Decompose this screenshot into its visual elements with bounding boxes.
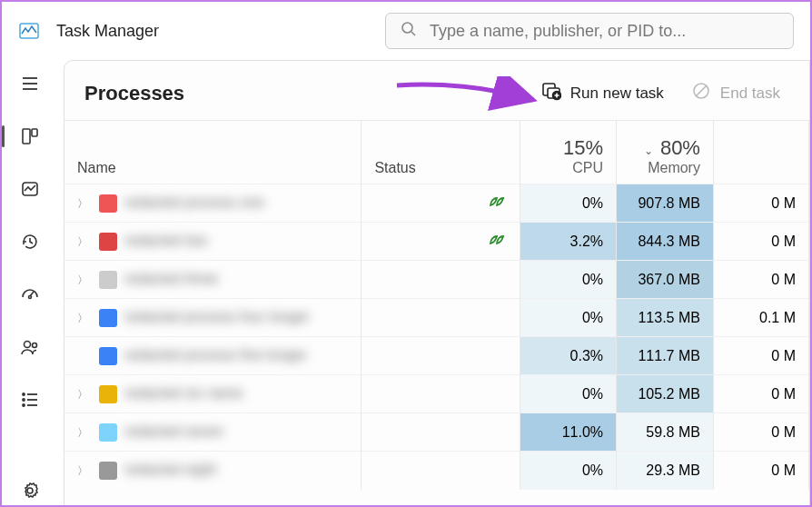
- expand-icon[interactable]: 〉: [77, 234, 90, 250]
- svg-point-1: [402, 23, 412, 33]
- run-task-icon: [541, 81, 561, 105]
- disk-cell: 0 M: [713, 337, 808, 375]
- svg-point-11: [25, 342, 31, 348]
- cpu-cell: 11.0%: [520, 413, 616, 452]
- sidebar-processes[interactable]: [12, 118, 48, 154]
- cpu-cell: 0%: [520, 375, 616, 413]
- page-title: Processes: [84, 82, 184, 105]
- app-icon: [18, 20, 40, 42]
- search-placeholder: Type a name, publisher, or PID to...: [430, 22, 686, 41]
- sidebar-settings[interactable]: [12, 472, 48, 507]
- svg-point-19: [27, 488, 33, 493]
- expand-icon[interactable]: 〉: [77, 463, 90, 479]
- cpu-cell: 0%: [520, 184, 616, 223]
- cpu-cell: 0%: [520, 452, 616, 490]
- memory-cell: 111.7 MB: [617, 337, 714, 375]
- leaf-icon: [487, 235, 507, 251]
- cpu-cell: 0.3%: [520, 337, 616, 375]
- table-row[interactable]: 〉redacted process four longer0%113.5 MB0…: [64, 299, 809, 337]
- status-cell: [361, 452, 520, 490]
- process-name-cell: 〉redacted eight: [64, 452, 361, 490]
- col-memory[interactable]: ⌄80%Memory: [617, 121, 714, 184]
- disk-cell: 0 M: [713, 375, 808, 413]
- expand-icon[interactable]: 〉: [77, 311, 90, 326]
- status-cell: [361, 413, 520, 452]
- expand-icon[interactable]: 〉: [77, 425, 90, 441]
- col-status[interactable]: Status: [374, 160, 415, 175]
- process-name-cell: redacted process five longer: [64, 337, 361, 375]
- table-row[interactable]: redacted process five longer0.3%111.7 MB…: [64, 337, 809, 375]
- memory-cell: 844.3 MB: [617, 223, 714, 261]
- table-row[interactable]: 〉redacted eight0%29.3 MB0 M: [64, 452, 809, 490]
- expand-icon[interactable]: 〉: [77, 387, 90, 403]
- app-title: Task Manager: [56, 22, 159, 41]
- leaf-icon: [487, 197, 507, 213]
- search-input[interactable]: Type a name, publisher, or PID to...: [385, 13, 794, 49]
- process-name-cell: 〉redacted process four longer: [64, 299, 361, 337]
- svg-point-10: [29, 296, 32, 299]
- memory-cell: 113.5 MB: [617, 299, 714, 337]
- sidebar-details[interactable]: [12, 382, 48, 418]
- expand-icon[interactable]: 〉: [77, 196, 90, 212]
- run-new-task-button[interactable]: Run new task: [532, 77, 673, 109]
- chevron-down-icon: ⌄: [644, 144, 653, 157]
- table-row[interactable]: 〉redacted seven11.0%59.8 MB0 M: [64, 413, 809, 452]
- sidebar: [2, 60, 58, 507]
- table-row[interactable]: 〉redacted three0%367.0 MB0 M: [64, 261, 809, 299]
- cpu-cell: 3.2%: [520, 223, 616, 261]
- cpu-cell: 0%: [520, 261, 616, 299]
- table-row[interactable]: 〉redacted process one0%907.8 MB0 M: [64, 184, 809, 223]
- memory-cell: 29.3 MB: [617, 452, 714, 490]
- search-icon: [401, 21, 417, 41]
- end-task-icon: [691, 81, 711, 105]
- cpu-cell: 0%: [520, 299, 616, 337]
- sidebar-users[interactable]: [12, 329, 48, 365]
- disk-cell: 0.1 M: [713, 299, 808, 337]
- disk-cell: 0 M: [713, 223, 808, 261]
- process-table: Name Status 15%CPU ⌄80%Memory 〉redacted …: [64, 120, 809, 490]
- disk-cell: 0 M: [713, 184, 808, 223]
- end-task-button: End task: [682, 77, 789, 109]
- status-cell: [361, 337, 520, 375]
- svg-point-12: [33, 343, 37, 348]
- col-name[interactable]: Name: [77, 160, 116, 175]
- disk-cell: 0 M: [713, 452, 808, 490]
- status-cell: [361, 223, 520, 261]
- status-cell: [361, 261, 520, 299]
- col-cpu[interactable]: 15%CPU: [520, 121, 616, 184]
- process-name-cell: 〉redacted six name: [64, 375, 361, 413]
- process-name-cell: 〉redacted seven: [64, 413, 361, 452]
- memory-cell: 105.2 MB: [617, 375, 714, 413]
- sidebar-performance[interactable]: [12, 171, 48, 207]
- process-name-cell: 〉redacted three: [64, 261, 361, 299]
- memory-cell: 907.8 MB: [617, 184, 714, 223]
- process-name-cell: 〉redacted two: [64, 223, 361, 261]
- disk-cell: 0 M: [713, 261, 808, 299]
- col-disk[interactable]: [713, 121, 808, 184]
- svg-point-13: [23, 393, 25, 395]
- sidebar-history[interactable]: [12, 224, 48, 260]
- process-name-cell: 〉redacted process one: [64, 184, 361, 223]
- table-row[interactable]: 〉redacted six name0%105.2 MB0 M: [64, 375, 809, 413]
- svg-rect-7: [32, 129, 37, 136]
- expand-icon[interactable]: 〉: [77, 273, 90, 288]
- status-cell: [361, 184, 520, 223]
- disk-cell: 0 M: [713, 413, 808, 452]
- svg-line-26: [696, 85, 707, 96]
- memory-cell: 59.8 MB: [617, 413, 714, 452]
- hamburger-icon[interactable]: [12, 65, 48, 102]
- status-cell: [361, 299, 520, 337]
- svg-line-2: [411, 32, 415, 35]
- svg-point-15: [23, 404, 25, 406]
- status-cell: [361, 375, 520, 413]
- memory-cell: 367.0 MB: [617, 261, 714, 299]
- table-row[interactable]: 〉redacted two3.2%844.3 MB0 M: [64, 223, 809, 261]
- svg-point-14: [23, 399, 25, 401]
- sidebar-startup[interactable]: [12, 276, 48, 313]
- svg-rect-6: [23, 129, 30, 144]
